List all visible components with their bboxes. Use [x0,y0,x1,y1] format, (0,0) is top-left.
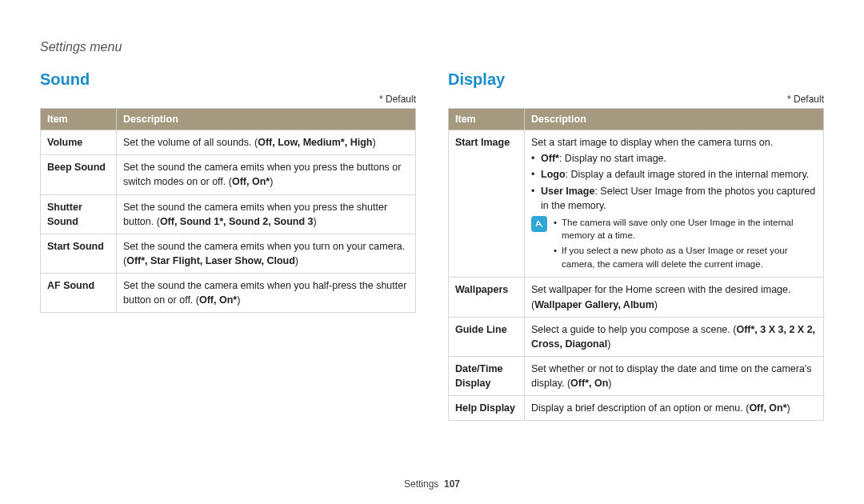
option-text: : Display a default image stored in the … [566,169,810,180]
desc-text: Select a guide to help you compose a sce… [531,324,736,335]
desc-options: Off*, On [570,378,608,389]
manual-page: Settings menu Sound * Default Item Descr… [0,0,864,504]
desc-options: Off, On* [232,176,270,187]
list-item: The camera will save only one User Image… [554,216,817,242]
list-item: If you select a new photo as a User Imag… [554,244,817,270]
note-icon [531,216,547,232]
th-item: Item [41,109,117,130]
option-label: Off* [541,153,559,164]
desc-options: Off, On* [749,402,786,414]
footer-pagenum: 107 [444,478,460,490]
display-heading: Display [448,70,824,89]
option-text: : Display no start image. [559,153,666,164]
desc-text: Set a start image to display when the ca… [531,135,817,150]
item-shutter: Shutter Sound [41,194,117,234]
desc-text: ) [314,216,317,227]
note-list: The camera will save only one User Image… [554,216,817,273]
item-volume: Volume [41,130,117,155]
desc-text: ) [295,255,298,266]
desc-options: Off, Sound 1*, Sound 2, Sound 3 [160,216,314,227]
desc-options: Off, On* [199,294,237,306]
list-item: Logo: Display a default image stored in … [531,167,817,182]
table-row: Shutter Sound Set the sound the camera e… [41,194,416,234]
desc-text: ) [270,176,273,187]
sound-section: Sound * Default Item Description Volume … [40,70,416,421]
table-row: Beep Sound Set the sound the camera emit… [41,155,416,194]
table-row: Help Display Display a brief description… [449,396,824,421]
item-guideline: Guide Line [449,317,525,356]
table-row: Start Sound Set the sound the camera emi… [41,234,416,273]
item-startsound: Start Sound [41,234,117,273]
display-table: Item Description Start Image Set a start… [448,108,824,421]
desc-beep: Set the sound the camera emits when you … [117,155,416,194]
th-item: Item [449,109,525,130]
sound-table: Item Description Volume Set the volume o… [40,108,416,313]
desc-helpdisplay: Display a brief description of an option… [525,396,824,421]
desc-text: Set the volume of all sounds. ( [123,137,258,148]
desc-text: Set the sound the camera emits when you … [123,280,406,306]
desc-afsound: Set the sound the camera emits when you … [117,274,416,313]
display-section: Display * Default Item Description Start… [448,70,824,421]
desc-options: Off, Low, Medium*, High [258,137,372,148]
option-label: User Image [541,186,594,197]
table-row: Date/Time Display Set whether or not to … [449,356,824,395]
default-note-right: * Default [448,94,824,105]
desc-text: Display a brief description of an option… [531,402,749,414]
table-row: Guide Line Select a guide to help you co… [449,317,824,356]
th-description: Description [525,109,824,130]
item-beep: Beep Sound [41,155,117,194]
list-item: Off*: Display no start image. [531,151,817,166]
page-footer: Settings 107 [0,478,864,490]
option-label: Logo [541,169,566,180]
list-item: User Image: Select User Image from the p… [531,184,817,213]
desc-datetime: Set whether or not to display the date a… [525,356,824,395]
desc-volume: Set the volume of all sounds. (Off, Low,… [117,130,416,155]
item-startimage: Start Image [449,130,525,278]
table-row: Start Image Set a start image to display… [449,130,824,278]
note-block: The camera will save only one User Image… [531,216,817,273]
breadcrumb: Settings menu [40,40,824,54]
default-note-left: * Default [40,94,416,105]
table-row: AF Sound Set the sound the camera emits … [41,274,416,313]
th-description: Description [117,109,416,130]
desc-text: ) [237,294,240,306]
desc-wallpapers: Set wallpaper for the Home screen with t… [525,278,824,317]
item-helpdisplay: Help Display [449,396,525,421]
two-column-layout: Sound * Default Item Description Volume … [40,70,824,421]
desc-text: ) [654,299,658,310]
sound-heading: Sound [40,70,416,89]
desc-shutter: Set the sound the camera emits when you … [117,194,416,234]
item-wallpapers: Wallpapers [449,278,525,317]
desc-text: ) [372,137,375,148]
desc-options: Off*, Star Flight, Laser Show, Cloud [126,255,295,266]
desc-guideline: Select a guide to help you compose a sce… [525,317,824,356]
footer-section: Settings [404,478,438,490]
item-afsound: AF Sound [41,274,117,313]
desc-options: Wallpaper Gallery, Album [534,299,654,310]
desc-text: ) [608,378,611,389]
desc-text: ) [607,338,610,350]
item-datetime: Date/Time Display [449,356,525,395]
startimage-options: Off*: Display no start image. Logo: Disp… [531,151,817,213]
table-row: Volume Set the volume of all sounds. (Of… [41,130,416,155]
desc-startimage: Set a start image to display when the ca… [525,130,824,278]
desc-text: ) [787,402,790,414]
table-row: Wallpapers Set wallpaper for the Home sc… [449,278,824,317]
desc-startsound: Set the sound the camera emits when you … [117,234,416,273]
